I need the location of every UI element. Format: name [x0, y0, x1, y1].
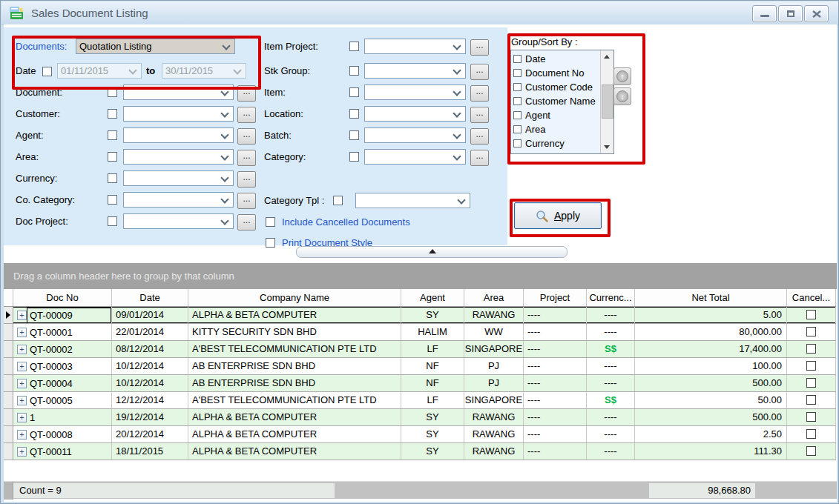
category-checkbox[interactable]	[349, 152, 359, 162]
cancel-checkbox[interactable]	[806, 395, 816, 405]
collapse-panel-handle[interactable]	[296, 246, 567, 258]
cell-project: ----	[524, 341, 587, 357]
item-combobox[interactable]	[364, 84, 466, 100]
expand-row-button[interactable]: +	[17, 328, 27, 337]
category-tpl-label: Category Tpl :	[264, 193, 324, 209]
item-project-combobox[interactable]	[364, 39, 466, 54]
category-tpl-checkbox[interactable]	[333, 196, 343, 205]
chevron-down-icon	[453, 87, 461, 96]
item-checkbox[interactable]	[349, 87, 359, 97]
table-row[interactable]: +QT-0000122/01/2014KITTY SECURITY SDN BH…	[4, 324, 836, 341]
currency-combobox[interactable]	[123, 170, 234, 186]
expand-row-button[interactable]: +	[17, 345, 27, 354]
cancel-checkbox[interactable]	[806, 446, 816, 456]
co-category-browse-button[interactable]: ...	[237, 193, 256, 209]
column-header-cancel[interactable]: Cancel...	[787, 289, 836, 306]
cell-area: RAWANG	[464, 307, 524, 323]
expand-row-button[interactable]: +	[17, 447, 27, 457]
print-style-checkbox[interactable]	[266, 238, 275, 248]
column-header-net-total[interactable]: Net Total	[635, 289, 787, 306]
co-category-combobox[interactable]	[123, 192, 234, 208]
table-row[interactable]: +QT-0000208/12/2014A'BEST TELECOMMUNICAT…	[4, 341, 836, 358]
item-project-checkbox[interactable]	[349, 42, 359, 51]
expand-row-button[interactable]: +	[17, 311, 27, 320]
chevron-down-icon	[453, 152, 461, 160]
stk-group-checkbox[interactable]	[349, 66, 359, 76]
location-checkbox[interactable]	[349, 109, 359, 119]
batch-combobox[interactable]	[364, 127, 466, 143]
cell-date: 10/12/2014	[112, 358, 188, 374]
expand-row-button[interactable]: +	[17, 362, 27, 371]
category-browse-button[interactable]: ...	[470, 150, 489, 166]
close-button[interactable]	[804, 5, 829, 22]
category-tpl-combobox[interactable]	[355, 193, 470, 208]
row-indicator-cell	[4, 307, 13, 323]
cell-cancelled	[787, 443, 836, 460]
cell-doc-no: +QT-00001	[13, 324, 112, 340]
table-row[interactable]: +QT-0000820/12/2014ALPHA & BETA COMPUTER…	[4, 426, 836, 443]
filter-label-stk-group: Stk Group:	[264, 63, 310, 79]
table-row[interactable]: +QT-0000909/01/2014ALPHA & BETA COMPUTER…	[4, 307, 836, 324]
column-header-company-name[interactable]: Company Name	[188, 289, 401, 306]
cell-doc-no: +QT-00005	[13, 392, 112, 408]
item-browse-button[interactable]: ...	[470, 85, 489, 102]
column-header-area[interactable]: Area	[464, 289, 524, 306]
cancel-checkbox[interactable]	[806, 429, 816, 439]
restore-icon	[787, 10, 794, 17]
column-header-agent[interactable]: Agent	[401, 289, 464, 306]
restore-button[interactable]	[778, 5, 803, 22]
cell-net-total: 111.30	[635, 443, 787, 460]
group-by-drop-zone[interactable]: Drag a column header here to group by th…	[4, 263, 837, 289]
item-project-browse-button[interactable]: ...	[470, 39, 489, 56]
cell-doc-no: +1	[13, 409, 112, 425]
doc-no-value: QT-00009	[27, 308, 111, 323]
table-row[interactable]: +119/12/2014ALPHA & BETA COMPUTERSYRAWAN…	[4, 409, 836, 426]
chevron-down-icon	[457, 196, 465, 204]
cell-agent: NF	[401, 375, 464, 391]
category-combobox[interactable]	[364, 149, 466, 165]
cell-project: ----	[524, 426, 587, 442]
cancel-checkbox[interactable]	[806, 361, 816, 371]
table-row[interactable]: +QT-0000410/12/2014AB ENTERPRISE SDN BHD…	[4, 375, 836, 392]
cancel-checkbox[interactable]	[806, 378, 816, 388]
column-header-doc-no[interactable]: Doc No	[13, 289, 112, 306]
batch-checkbox[interactable]	[349, 130, 359, 140]
column-header-project[interactable]: Project	[524, 289, 587, 306]
currency-browse-button[interactable]: ...	[237, 171, 256, 188]
stk-group-combobox[interactable]	[364, 63, 466, 79]
location-combobox[interactable]	[364, 106, 466, 122]
doc-project-browse-button[interactable]: ...	[237, 214, 256, 231]
batch-browse-button[interactable]: ...	[470, 128, 489, 145]
cell-area: SINGAPORE	[464, 341, 524, 357]
cancel-checkbox[interactable]	[806, 344, 816, 354]
table-row[interactable]: +QT-0001118/11/2015ALPHA & BETA COMPUTER…	[4, 443, 836, 460]
co-category-checkbox[interactable]	[108, 195, 117, 205]
location-browse-button[interactable]: ...	[470, 107, 489, 123]
minimize-button[interactable]	[752, 5, 777, 22]
expand-row-button[interactable]: +	[17, 430, 27, 440]
chevron-down-icon	[453, 130, 461, 139]
table-row[interactable]: +QT-0000310/12/2014AB ENTERPRISE SDN BHD…	[4, 358, 836, 375]
doc-project-checkbox[interactable]	[108, 216, 117, 226]
cell-currency: S$	[587, 341, 635, 357]
cell-agent: LF	[401, 392, 464, 408]
table-row[interactable]: +QT-0000512/12/2014A'BEST TELECOMMUNICAT…	[4, 392, 836, 409]
cancel-checkbox[interactable]	[806, 412, 816, 422]
column-header-currenc[interactable]: Currenc...	[587, 289, 635, 306]
doc-project-combobox[interactable]	[123, 213, 234, 229]
cell-date: 12/12/2014	[112, 392, 188, 408]
expand-row-button[interactable]: +	[17, 396, 27, 405]
cell-net-total: 2.50	[635, 426, 787, 442]
cell-currency: ----	[587, 307, 635, 323]
cancel-checkbox[interactable]	[806, 310, 816, 319]
cell-agent: HALIM	[401, 324, 464, 340]
include-cancelled-checkbox[interactable]	[266, 217, 275, 227]
expand-row-button[interactable]: +	[17, 413, 27, 422]
expand-row-button[interactable]: +	[17, 379, 27, 388]
cancel-checkbox[interactable]	[806, 327, 816, 336]
column-header-date[interactable]: Date	[112, 289, 188, 306]
title-bar[interactable]: Sales Document Listing	[1, 1, 839, 25]
stk-group-browse-button[interactable]: ...	[470, 64, 489, 80]
currency-checkbox[interactable]	[108, 173, 117, 183]
cell-company-name: A'BEST TELECOMMUNICATION PTE LTD	[188, 392, 401, 408]
